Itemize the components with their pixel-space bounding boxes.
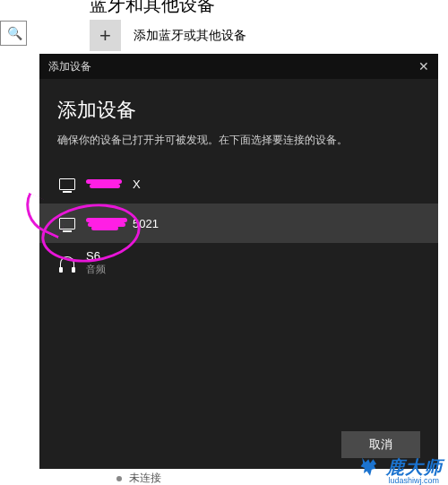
search-input[interactable]: 🔍 — [0, 21, 27, 46]
page-heading: 蓝牙和其他设备 — [90, 0, 215, 17]
deer-icon — [358, 455, 383, 480]
dialog-titlebar-text: 添加设备 — [48, 59, 91, 74]
device-item[interactable]: S6 音频 — [39, 243, 438, 282]
device-subtitle: 音频 — [86, 263, 106, 276]
device-name: X — [133, 178, 141, 191]
headset-icon — [57, 256, 77, 270]
add-device-row[interactable]: + 添加蓝牙或其他设备 — [90, 20, 246, 51]
dialog-heading: 添加设备 — [57, 97, 420, 124]
search-icon: 🔍 — [7, 26, 22, 40]
redaction — [86, 178, 131, 189]
device-item[interactable]: 5021 — [39, 204, 438, 243]
footer-status: 未连接 — [116, 471, 161, 485]
status-text: 未连接 — [129, 471, 161, 485]
brand-url: ludashiwj.com — [388, 476, 439, 485]
dialog-subtitle: 确保你的设备已打开并可被发现。在下面选择要连接的设备。 — [57, 133, 420, 148]
display-icon — [57, 218, 77, 230]
status-dot-icon — [116, 476, 122, 481]
dialog-titlebar: 添加设备 ✕ — [39, 54, 438, 79]
device-item[interactable]: X — [39, 164, 438, 204]
add-device-label: 添加蓝牙或其他设备 — [134, 28, 246, 44]
display-icon — [57, 178, 77, 190]
close-icon[interactable]: ✕ — [418, 59, 429, 74]
plus-icon: + — [90, 20, 121, 51]
redaction — [86, 218, 131, 229]
device-name: 5021 — [133, 217, 159, 230]
add-device-dialog: 添加设备 ✕ 添加设备 确保你的设备已打开并可被发现。在下面选择要连接的设备。 … — [39, 54, 438, 469]
device-name: S6 — [86, 249, 106, 263]
